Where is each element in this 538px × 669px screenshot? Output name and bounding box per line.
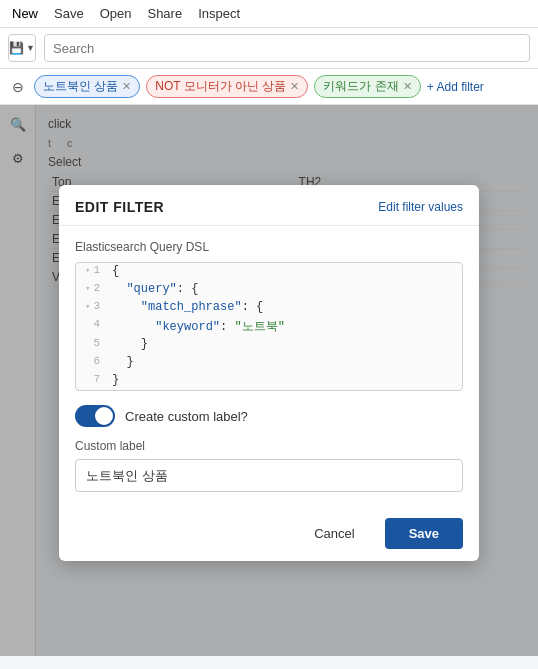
- arrow-1: ▾: [85, 265, 90, 276]
- code-line-1: ▾1 {: [76, 263, 462, 281]
- filter-chip-not-monitor[interactable]: NOT 모니터가 아닌 상품 ✕: [146, 75, 308, 98]
- main-area: 🔍 ⚙ click t c Select TopTH2 EE7 EE1 EDS …: [0, 105, 538, 656]
- code-line-5: 5 }: [76, 336, 462, 354]
- code-line-4: 4 "keyword": "노트북": [76, 317, 462, 336]
- filter-chip-close-notebook[interactable]: ✕: [122, 80, 131, 93]
- arrow-2: ▾: [85, 283, 90, 294]
- modal-overlay: EDIT FILTER Edit filter values Elasticse…: [0, 105, 538, 656]
- edit-filter-modal: EDIT FILTER Edit filter values Elasticse…: [59, 185, 479, 561]
- save-icon: 💾: [9, 41, 24, 55]
- query-dsl-label: Elasticsearch Query DSL: [75, 240, 463, 254]
- filter-chip-label: 노트북인 상품: [43, 78, 118, 95]
- modal-header: EDIT FILTER Edit filter values: [59, 185, 479, 226]
- filter-row: ⊖ 노트북인 상품 ✕ NOT 모니터가 아닌 상품 ✕ 키워드가 존재 ✕ +…: [0, 69, 538, 105]
- code-line-6: 6 }: [76, 354, 462, 372]
- search-row: 💾 ▼: [0, 28, 538, 69]
- create-custom-label-toggle[interactable]: [75, 405, 115, 427]
- menu-item-open[interactable]: Open: [100, 6, 132, 21]
- code-line-3: ▾3 "match_phrase": {: [76, 299, 462, 317]
- custom-label-input[interactable]: [75, 459, 463, 492]
- modal-body: Elasticsearch Query DSL ▾1 { ▾2 "query":…: [59, 226, 479, 506]
- toggle-knob: [95, 407, 113, 425]
- save-button[interactable]: Save: [385, 518, 463, 549]
- chevron-down-icon: ▼: [26, 43, 35, 53]
- filter-chip-keyword[interactable]: 키워드가 존재 ✕: [314, 75, 420, 98]
- modal-title: EDIT FILTER: [75, 199, 164, 215]
- filter-chip-label: NOT 모니터가 아닌 상품: [155, 78, 286, 95]
- toggle-label: Create custom label?: [125, 409, 248, 424]
- menu-item-inspect[interactable]: Inspect: [198, 6, 240, 21]
- filter-chip-notebook[interactable]: 노트북인 상품 ✕: [34, 75, 140, 98]
- menu-bar: New Save Open Share Inspect: [0, 0, 538, 28]
- filter-chip-close-monitor[interactable]: ✕: [290, 80, 299, 93]
- filter-chip-close-keyword[interactable]: ✕: [403, 80, 412, 93]
- cancel-button[interactable]: Cancel: [294, 518, 374, 549]
- code-editor[interactable]: ▾1 { ▾2 "query": { ▾3 "match_phrase": { …: [75, 262, 463, 391]
- filter-chip-label: 키워드가 존재: [323, 78, 398, 95]
- menu-item-new[interactable]: New: [12, 6, 38, 21]
- custom-label-title: Custom label: [75, 439, 463, 453]
- search-icon-button[interactable]: 💾 ▼: [8, 34, 36, 62]
- menu-item-share[interactable]: Share: [147, 6, 182, 21]
- filter-nav-back[interactable]: ⊖: [8, 79, 28, 95]
- search-input[interactable]: [44, 34, 530, 62]
- code-line-7: 7 }: [76, 372, 462, 390]
- edit-filter-values-link[interactable]: Edit filter values: [378, 200, 463, 214]
- code-line-2: ▾2 "query": {: [76, 281, 462, 299]
- add-filter-button[interactable]: + Add filter: [427, 80, 484, 94]
- modal-footer: Cancel Save: [59, 506, 479, 561]
- custom-label-section: Custom label: [75, 439, 463, 492]
- menu-item-save[interactable]: Save: [54, 6, 84, 21]
- arrow-3: ▾: [85, 301, 90, 312]
- toggle-row: Create custom label?: [75, 405, 463, 427]
